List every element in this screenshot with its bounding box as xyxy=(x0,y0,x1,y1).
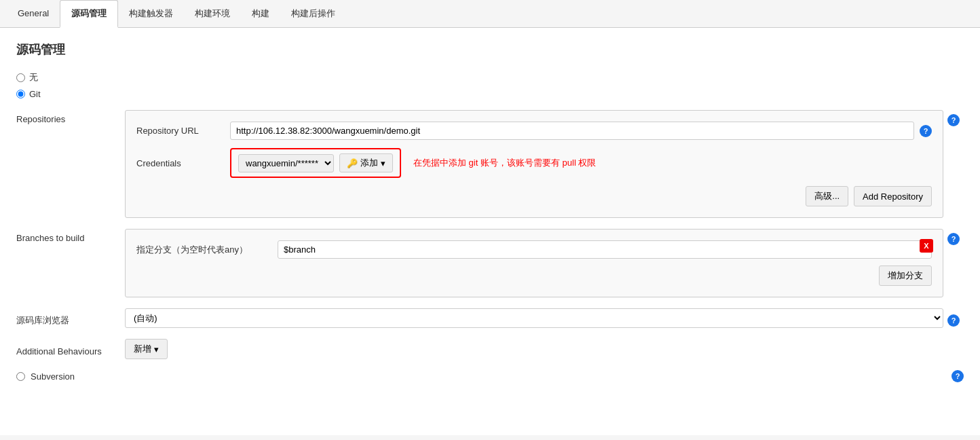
branches-help-icon[interactable]: ? xyxy=(947,233,960,245)
page-content: 源码管理 无 Git Repositories Repository URL ?… xyxy=(0,28,980,435)
advanced-button[interactable]: 高级... xyxy=(806,186,848,206)
repo-url-label: Repository URL xyxy=(136,126,225,136)
credentials-box: wangxuemin/****** 🔑 添加 ▾ xyxy=(230,148,401,178)
repositories-help-icon[interactable]: ? xyxy=(947,114,960,126)
radio-none[interactable] xyxy=(16,73,25,82)
page-title: 源码管理 xyxy=(16,41,964,58)
tab-scm[interactable]: 源码管理 xyxy=(60,0,118,28)
add-branch-button[interactable]: 增加分支 xyxy=(879,265,932,286)
new-behaviour-button[interactable]: 新增 ▾ xyxy=(125,339,168,359)
subversion-row: Subversion ? xyxy=(16,370,964,382)
additional-section: Additional Behaviours 新增 ▾ xyxy=(16,339,964,359)
browser-help-col: ? xyxy=(943,310,964,327)
add-repository-button[interactable]: Add Repository xyxy=(854,186,932,206)
browser-section: 源码库浏览器 (自动) ? xyxy=(16,308,964,328)
new-behaviour-dropdown-icon: ▾ xyxy=(154,344,159,354)
new-behaviour-label: 新增 xyxy=(134,343,151,355)
radio-none-label: 无 xyxy=(29,71,38,84)
tab-build[interactable]: 构建 xyxy=(241,0,280,28)
repo-buttons: 高级... Add Repository xyxy=(136,186,932,206)
branches-label: Branches to build xyxy=(16,229,125,243)
branch-row: 指定分支（为空时代表any） X xyxy=(136,240,932,259)
repositories-help-col: ? xyxy=(943,110,964,126)
tab-env[interactable]: 构建环境 xyxy=(184,0,241,28)
repositories-section: Repositories Repository URL ? Credential… xyxy=(16,110,964,218)
browser-help-icon[interactable]: ? xyxy=(947,314,960,327)
browser-label: 源码库浏览器 xyxy=(16,310,125,327)
credentials-row: Credentials wangxuemin/****** 🔑 添加 ▾ 在凭据… xyxy=(136,148,932,178)
radio-git-label: Git xyxy=(29,89,41,99)
add-credentials-dropdown-icon: ▾ xyxy=(381,158,385,168)
repo-url-row: Repository URL ? xyxy=(136,122,932,140)
add-credentials-button[interactable]: 🔑 添加 ▾ xyxy=(339,153,393,172)
repositories-label: Repositories xyxy=(16,110,125,124)
tab-general[interactable]: General xyxy=(7,0,60,28)
credentials-tooltip: 在凭据中添加 git 账号，该账号需要有 pull 权限 xyxy=(413,157,596,169)
branches-help-col: ? xyxy=(943,229,964,245)
tab-post[interactable]: 构建后操作 xyxy=(280,0,346,28)
additional-label: Additional Behaviours xyxy=(16,342,125,356)
radio-git-group: Git xyxy=(16,89,964,99)
credentials-select[interactable]: wangxuemin/****** xyxy=(238,154,334,172)
radio-none-group: 无 xyxy=(16,71,964,84)
tab-triggers[interactable]: 构建触发器 xyxy=(118,0,184,28)
branch-buttons: 增加分支 xyxy=(136,265,932,286)
add-credentials-label: 添加 xyxy=(360,157,378,169)
key-icon: 🔑 xyxy=(347,158,358,168)
credentials-label: Credentials xyxy=(136,158,225,168)
branch-input-wrap: X xyxy=(278,240,932,259)
scm-options: 无 Git xyxy=(16,71,964,99)
branches-section: Branches to build 指定分支（为空时代表any） X 增加分支 … xyxy=(16,229,964,297)
repositories-container: Repository URL ? Credentials wangxuemin/… xyxy=(125,110,943,218)
repo-url-input[interactable] xyxy=(230,122,914,140)
branch-input[interactable] xyxy=(278,240,932,259)
radio-subversion[interactable] xyxy=(16,372,25,381)
browser-select[interactable]: (自动) xyxy=(125,308,943,328)
radio-git[interactable] xyxy=(16,90,25,98)
repo-url-help-icon[interactable]: ? xyxy=(920,125,932,137)
subversion-label: Subversion xyxy=(31,371,75,382)
branch-specifier-label: 指定分支（为空时代表any） xyxy=(136,244,272,256)
branches-container: 指定分支（为空时代表any） X 增加分支 xyxy=(125,229,943,297)
subversion-help-icon[interactable]: ? xyxy=(951,370,964,382)
remove-branch-button[interactable]: X xyxy=(920,239,933,253)
tabs-bar: General 源码管理 构建触发器 构建环境 构建 构建后操作 xyxy=(0,0,980,28)
